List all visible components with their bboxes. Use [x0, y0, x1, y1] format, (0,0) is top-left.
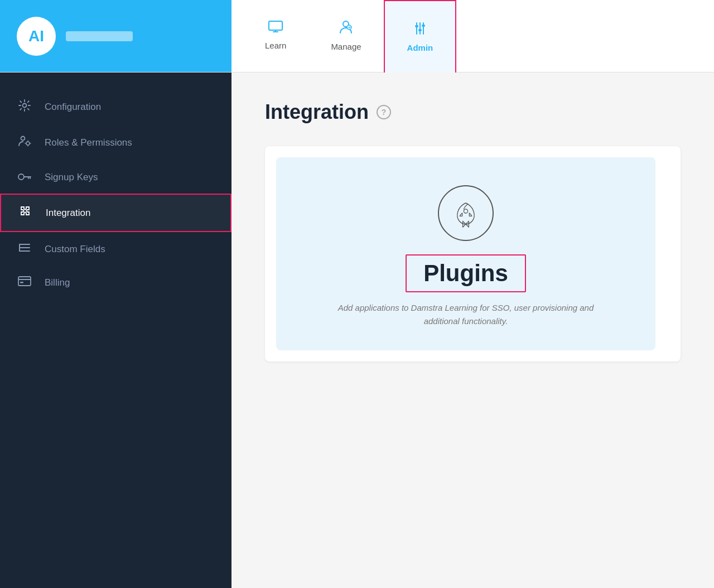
svg-point-4: [347, 25, 351, 30]
avatar: AI: [17, 17, 56, 56]
tab-learn[interactable]: Learn: [243, 0, 308, 72]
person-icon: [339, 20, 353, 37]
brand-name: [66, 31, 133, 41]
svg-rect-28: [20, 282, 23, 283]
monitor-icon: [268, 21, 283, 36]
tab-admin-label: Admin: [407, 43, 433, 52]
sidebar-item-custom-fields-label: Custom Fields: [45, 244, 105, 255]
sidebar-item-integration-label: Integration: [46, 208, 90, 219]
person-gear-icon: [17, 134, 32, 151]
svg-rect-26: [18, 277, 31, 286]
sliders-icon: [412, 22, 428, 38]
top-nav: Learn Manage: [231, 0, 714, 72]
sidebar-item-signup-keys-label: Signup Keys: [45, 172, 98, 183]
sidebar: Configuration Roles & Permissions: [0, 73, 231, 588]
gear-icon: [17, 99, 32, 114]
sidebar-item-configuration[interactable]: Configuration: [0, 89, 231, 124]
help-icon[interactable]: ?: [377, 105, 391, 119]
sidebar-item-integration[interactable]: Integration: [0, 194, 231, 232]
plugin-description: Add applications to Damstra Learning for…: [326, 301, 605, 328]
key-icon: [17, 171, 32, 184]
sidebar-item-configuration-label: Configuration: [45, 102, 101, 113]
tab-admin[interactable]: Admin: [384, 0, 457, 73]
svg-point-12: [21, 137, 25, 141]
card-container: Plugins Add applications to Damstra Lear…: [265, 146, 681, 362]
brand-section: AI: [0, 0, 231, 72]
main-content: Integration ? Plugi: [231, 73, 714, 588]
sidebar-item-signup-keys[interactable]: Signup Keys: [0, 161, 231, 194]
tab-manage-label: Manage: [331, 42, 361, 51]
card-icon: [17, 276, 32, 289]
tab-manage[interactable]: Manage: [308, 0, 383, 72]
list-icon: [17, 242, 32, 256]
svg-rect-8: [415, 25, 418, 27]
sidebar-item-roles-permissions[interactable]: Roles & Permissions: [0, 124, 231, 161]
svg-point-18: [18, 174, 24, 180]
sidebar-item-custom-fields[interactable]: Custom Fields: [0, 232, 231, 266]
sidebar-item-roles-permissions-label: Roles & Permissions: [45, 137, 132, 148]
plugin-title: Plugins: [406, 254, 526, 292]
rocket-icon: [451, 198, 481, 228]
sidebar-item-billing[interactable]: Billing: [0, 266, 231, 299]
puzzle-icon: [18, 205, 33, 221]
svg-point-13: [26, 142, 30, 145]
svg-rect-0: [269, 21, 282, 30]
plugin-icon-circle: [438, 185, 494, 241]
svg-rect-10: [422, 25, 425, 27]
svg-rect-9: [418, 29, 422, 31]
svg-point-11: [23, 104, 27, 108]
page-title: Integration: [265, 100, 369, 124]
plugin-card[interactable]: Plugins Add applications to Damstra Lear…: [276, 157, 655, 350]
svg-point-29: [464, 209, 467, 213]
sidebar-item-billing-label: Billing: [45, 277, 70, 288]
tab-learn-label: Learn: [265, 41, 286, 50]
page-title-row: Integration ?: [265, 100, 681, 124]
